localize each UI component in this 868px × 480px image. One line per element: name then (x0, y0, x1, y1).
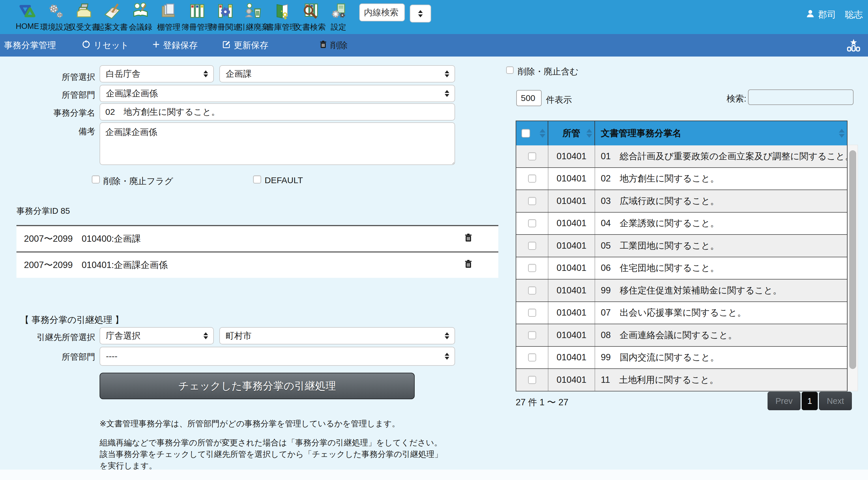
page-size-input[interactable] (516, 90, 541, 106)
record-id-text: 事務分掌ID 85 (17, 205, 70, 217)
transfer-department-select[interactable]: ---- (99, 347, 455, 366)
inbox-tray-icon (75, 1, 93, 21)
sort-icon[interactable] (839, 129, 845, 138)
row-checkbox[interactable] (528, 152, 536, 160)
include-deleted-label: 削除・廃止含む (518, 66, 579, 77)
division-select-value: 企画課 (226, 68, 252, 80)
nav-archive-mgmt[interactable]: 書庫管理 (268, 1, 296, 32)
table-scrollbar[interactable] (847, 145, 858, 391)
table-row[interactable]: 010401 06 住宅団地に関すること。 (516, 257, 847, 280)
nav-label: 収受文書 (68, 22, 99, 32)
row-dept: 010401 (548, 146, 595, 167)
reset-button[interactable]: リセット (82, 39, 129, 51)
table-row[interactable]: 010401 07 出会い応援事業に関すること。 (516, 302, 847, 324)
favorite-ranking-icon[interactable] (847, 39, 861, 53)
table-row[interactable]: 010401 99 国内交流に関すること。 (516, 347, 847, 369)
sort-icon[interactable] (586, 129, 592, 138)
table-row[interactable]: 010401 05 工業団地に関すること。 (516, 235, 847, 257)
row-checkbox[interactable] (528, 376, 536, 384)
department-select[interactable]: 企画課企画係 (99, 85, 455, 102)
transfer-division-select[interactable]: 町村市 (219, 327, 455, 345)
nav-label: 環境設定 (40, 22, 71, 32)
table-row[interactable]: 010401 02 地方創生に関すること。 (516, 168, 847, 190)
nav-settings[interactable]: 設定 (324, 1, 352, 32)
plus-icon (152, 40, 160, 51)
history-row-text: 2007〜2099 010400:企画課 (24, 233, 141, 245)
nav-shelf-mgmt[interactable]: 棚管理 (155, 1, 183, 32)
row-checkbox[interactable] (528, 264, 536, 272)
table-search-input[interactable] (748, 89, 854, 105)
header-name-column[interactable]: 文書管理事務分掌名 (595, 121, 847, 146)
user-icon (805, 9, 815, 21)
scrollbar-thumb[interactable] (849, 150, 856, 369)
nav-draft-docs[interactable]: 起案文書 (98, 1, 126, 32)
execute-transfer-button[interactable]: チェックした事務分掌の引継処理 (99, 373, 415, 399)
row-checkbox[interactable] (528, 309, 536, 317)
delete-button[interactable]: 削除 (319, 39, 348, 51)
row-name: 02 地方創生に関すること。 (595, 168, 847, 190)
row-name: 04 企業誘致に関すること。 (595, 213, 847, 234)
select-arrows-icon (445, 90, 449, 97)
nav-env-settings[interactable]: 環境設定 (41, 1, 70, 32)
name-column-label: 文書管理事務分掌名 (601, 127, 681, 139)
row-checkbox[interactable] (528, 353, 536, 361)
row-name: 03 広域行政に関すること。 (595, 190, 847, 212)
row-dept: 010401 (548, 324, 595, 346)
transfer-building-select[interactable]: 庁舎選択 (99, 327, 214, 345)
history-row-text: 2007〜2099 010401:企画課企画係 (24, 259, 168, 271)
row-checkbox[interactable] (528, 286, 536, 294)
duty-name-input[interactable] (99, 103, 455, 121)
row-checkbox[interactable] (528, 242, 536, 250)
select-all-checkbox[interactable] (521, 129, 530, 137)
department-select-value: 企画課企画係 (106, 88, 158, 99)
register-save-button[interactable]: 登録保存 (152, 39, 198, 51)
delete-flag-checkbox[interactable] (92, 175, 100, 184)
note-line: ※文書管理事務分掌は、所管部門がどの事務分掌を管理しているかを管理します。 (99, 418, 400, 429)
table-row[interactable]: 010401 08 企画連絡会議に関すること。 (516, 324, 847, 347)
default-label: DEFAULT (265, 175, 303, 185)
prev-page-button[interactable]: Prev (768, 392, 801, 410)
nav-home[interactable]: HOME (13, 1, 41, 32)
extension-select[interactable] (410, 5, 431, 23)
page-size-suffix: 件表示 (546, 94, 572, 106)
nav-doc-search[interactable]: 文書検索 (296, 1, 324, 32)
update-save-button[interactable]: 更新保存 (222, 39, 268, 51)
row-checkbox[interactable] (528, 174, 536, 183)
extension-search-input[interactable] (359, 3, 405, 21)
row-checkbox[interactable] (528, 331, 536, 339)
remarks-textarea[interactable]: 企画課企画係 (99, 122, 455, 165)
table-row[interactable]: 010401 99 移住定住促進対策補助金に関すること。 (516, 280, 847, 302)
transfer-building-value: 庁舎選択 (106, 330, 141, 342)
shelf-icon (160, 1, 178, 21)
table-row[interactable]: 010401 03 広域行政に関すること。 (516, 190, 847, 213)
gears-icon (47, 1, 65, 21)
row-checkbox[interactable] (528, 197, 536, 205)
trash-icon[interactable] (464, 233, 473, 245)
nav-book-related[interactable]: 簿冊関連 (211, 1, 240, 32)
table-row[interactable]: 010401 01 総合計画及び重要政策の企画立案及び調整に関すること。 (516, 146, 847, 168)
division-select[interactable]: 企画課 (219, 65, 455, 83)
current-page-button[interactable]: 1 (802, 392, 818, 410)
include-deleted-checkbox[interactable] (506, 66, 514, 74)
header-dept-column[interactable]: 所管 (548, 121, 595, 146)
nav-label: 文書検索 (294, 22, 326, 32)
binders-gear-icon (216, 1, 234, 21)
trash-icon[interactable] (464, 259, 473, 271)
duty-table: 所管 文書管理事務分掌名 010401 01 総合計画及び重要政策の企画立案及び… (516, 121, 847, 391)
nav-book-mgmt[interactable]: 簿冊管理 (183, 1, 211, 32)
user-menu[interactable]: 郡司 聡志 (805, 9, 863, 21)
nav-minutes[interactable]: 会議録 (126, 1, 155, 32)
next-page-button[interactable]: Next (819, 392, 852, 410)
sort-icon[interactable] (539, 129, 546, 138)
select-arrows-icon (204, 332, 208, 339)
settings-gears-icon (330, 1, 347, 21)
table-row[interactable]: 010401 11 土地利用に関すること。 (516, 369, 847, 391)
nav-handover-discard[interactable]: 引継廃棄 (240, 1, 268, 32)
nav-received-docs[interactable]: 収受文書 (70, 1, 98, 32)
row-checkbox[interactable] (528, 219, 536, 227)
default-checkbox[interactable] (253, 175, 261, 184)
table-header: 所管 文書管理事務分掌名 (516, 121, 847, 146)
table-row[interactable]: 010401 04 企業誘致に関すること。 (516, 213, 847, 235)
history-list: 2007〜2099 010400:企画課 2007〜2099 010401:企画… (17, 225, 498, 278)
building-select[interactable]: 白岳庁舎 (99, 65, 214, 83)
